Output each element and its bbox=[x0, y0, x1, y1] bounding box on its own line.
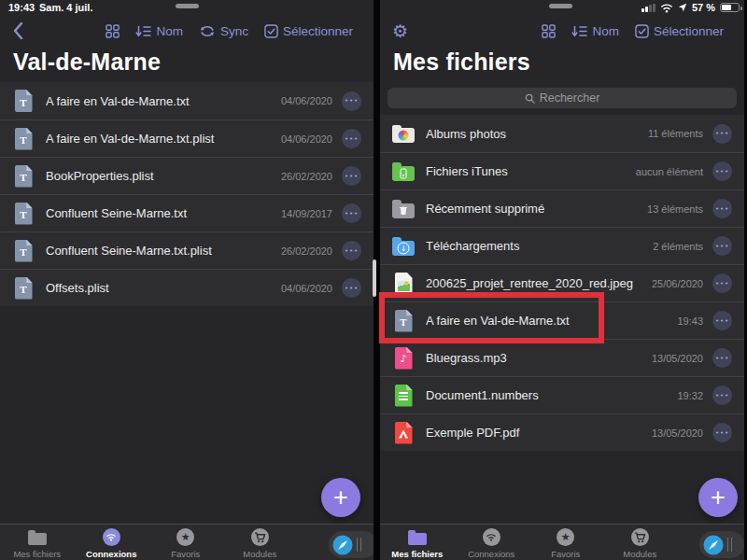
back-button[interactable] bbox=[12, 21, 23, 40]
file-meta: 19:43 bbox=[677, 315, 703, 327]
more-options-button[interactable] bbox=[712, 236, 732, 256]
split-resize-handle[interactable] bbox=[373, 259, 376, 297]
file-name: Bluegrass.mp3 bbox=[426, 351, 652, 365]
page-title: Mes fichiers bbox=[393, 49, 530, 76]
grid-view-button[interactable] bbox=[542, 24, 556, 38]
compass-icon bbox=[703, 535, 724, 555]
file-row[interactable]: BookProperties.plist 26/02/2020 bbox=[0, 157, 374, 194]
add-button[interactable]: + bbox=[321, 478, 360, 517]
grid-icon bbox=[542, 24, 556, 38]
file-type-icon bbox=[11, 203, 35, 225]
more-options-button[interactable] bbox=[342, 166, 361, 186]
location-arrow-icon bbox=[678, 3, 687, 12]
select-button[interactable]: Sélectionner bbox=[264, 24, 353, 38]
select-button[interactable]: Sélectionner bbox=[635, 24, 724, 38]
cart-icon bbox=[254, 532, 266, 543]
file-row[interactable]: A faire en Val-de-Marne.txt 19:43 bbox=[380, 301, 744, 339]
date: Sam. 4 juil. bbox=[39, 2, 92, 13]
file-type-icon bbox=[391, 347, 416, 370]
browser-dock-button[interactable] bbox=[699, 531, 744, 558]
file-row[interactable]: Document1.numbers 19:32 bbox=[380, 376, 744, 413]
more-options-button[interactable] bbox=[712, 385, 732, 405]
file-type-icon bbox=[391, 162, 416, 181]
tab-circle-icon: ★ bbox=[176, 528, 194, 546]
file-name: Récemment supprimé bbox=[426, 202, 647, 216]
more-options-button[interactable] bbox=[712, 348, 732, 368]
file-row[interactable]: Récemment supprimé 13 éléments bbox=[380, 189, 744, 227]
grid-icon bbox=[106, 24, 120, 38]
tab[interactable]: ★ Mes fichiers bbox=[380, 525, 455, 560]
sort-by-name-button[interactable]: Nom bbox=[135, 24, 183, 38]
file-meta: 2 éléments bbox=[653, 241, 703, 252]
right-tabbar: ★ Mes fichiers ★ bbox=[380, 524, 744, 560]
file-row[interactable]: A faire en Val-de-Marne.txt 04/06/2020 bbox=[0, 82, 374, 119]
tab-label: Mes fichiers bbox=[13, 549, 61, 559]
more-options-button[interactable] bbox=[712, 273, 732, 293]
file-row[interactable]: Exemple PDF.pdf 13/05/2020 bbox=[380, 413, 744, 451]
file-type-icon bbox=[391, 310, 416, 332]
sync-button[interactable]: Sync bbox=[199, 24, 248, 38]
file-row[interactable]: A faire en Val-de-Marne.txt.plist 04/06/… bbox=[0, 119, 374, 157]
more-options-button[interactable] bbox=[712, 161, 732, 181]
sort-icon bbox=[571, 25, 587, 37]
sort-by-name-button[interactable]: Nom bbox=[571, 24, 619, 38]
clock: 19:43 bbox=[8, 2, 35, 13]
file-name: Offsets.plist bbox=[46, 281, 281, 295]
status-bar: 19:43 Sam. 4 juil. 57 % bbox=[0, 0, 747, 17]
file-meta: 04/06/2020 bbox=[281, 283, 332, 294]
file-meta: 26/02/2020 bbox=[281, 171, 332, 182]
file-row[interactable]: Téléchargements 2 éléments bbox=[380, 227, 744, 264]
file-row[interactable]: Offsets.plist 04/06/2020 bbox=[0, 269, 374, 306]
more-options-button[interactable] bbox=[342, 241, 361, 260]
tab[interactable]: ★ Modules bbox=[223, 525, 298, 560]
file-meta: 13 éléments bbox=[647, 203, 703, 215]
file-row[interactable]: 200625_projet_rentree_2020_red.jpeg 25/0… bbox=[380, 264, 744, 301]
sort-icon bbox=[135, 25, 151, 37]
file-row[interactable]: Albums photos 11 éléments bbox=[380, 115, 744, 152]
grid-view-button[interactable] bbox=[106, 24, 120, 38]
file-row[interactable]: Confluent Seine-Marne.txt 14/09/2017 bbox=[0, 194, 374, 231]
file-name: BookProperties.plist bbox=[46, 169, 281, 183]
file-meta: 11 éléments bbox=[648, 128, 703, 139]
tab[interactable]: ★ Mes fichiers bbox=[0, 525, 75, 560]
left-app-handle[interactable] bbox=[176, 4, 199, 8]
tab[interactable]: ★ Connexions bbox=[75, 525, 149, 560]
cellular-signal-icon bbox=[641, 4, 655, 12]
file-type-icon bbox=[11, 128, 35, 150]
more-options-button[interactable] bbox=[712, 423, 732, 442]
filebrowser-app: Nom Sync Sélectionner Val-de-Marne A fai… bbox=[0, 0, 747, 560]
file-row[interactable]: Confluent Seine-Marne.txt.plist 26/02/20… bbox=[0, 231, 374, 269]
sort-label: Nom bbox=[156, 24, 183, 38]
more-options-button[interactable] bbox=[342, 129, 361, 148]
file-meta: 13/05/2020 bbox=[652, 353, 703, 364]
tab-circle-icon: ★ bbox=[103, 528, 120, 546]
battery-percent: 57 % bbox=[692, 2, 715, 13]
add-button[interactable]: + bbox=[698, 478, 738, 517]
search-field[interactable]: Rechercher bbox=[388, 88, 737, 108]
more-options-button[interactable] bbox=[712, 124, 732, 144]
right-app-handle[interactable] bbox=[549, 4, 572, 8]
file-name: Fichiers iTunes bbox=[426, 164, 636, 178]
more-options-button[interactable] bbox=[342, 203, 361, 223]
tab[interactable]: ★ Connexions bbox=[455, 525, 529, 560]
settings-button[interactable]: ⚙ bbox=[392, 22, 408, 40]
tab-label: Modules bbox=[243, 549, 276, 559]
star-icon: ★ bbox=[561, 532, 571, 542]
more-options-button[interactable] bbox=[342, 91, 361, 111]
file-type-icon bbox=[391, 237, 416, 256]
more-options-button[interactable] bbox=[712, 311, 732, 330]
tab[interactable]: ★ Modules bbox=[603, 525, 678, 560]
file-row[interactable]: Bluegrass.mp3 13/05/2020 bbox=[380, 339, 744, 376]
file-row[interactable]: Fichiers iTunes aucun élément bbox=[380, 152, 744, 189]
more-options-button[interactable] bbox=[342, 278, 361, 298]
tab[interactable]: ★ Favoris bbox=[148, 525, 223, 560]
file-name: Exemple PDF.pdf bbox=[426, 426, 652, 440]
tab[interactable]: ★ Favoris bbox=[529, 525, 603, 560]
select-label: Sélectionner bbox=[283, 24, 353, 38]
browser-dock-button[interactable] bbox=[329, 531, 374, 558]
file-meta: 19:32 bbox=[677, 390, 703, 401]
cart-icon bbox=[634, 532, 646, 543]
file-name: A faire en Val-de-Marne.txt bbox=[46, 94, 281, 108]
tab-label: Connexions bbox=[86, 549, 136, 559]
more-options-button[interactable] bbox=[712, 199, 732, 218]
